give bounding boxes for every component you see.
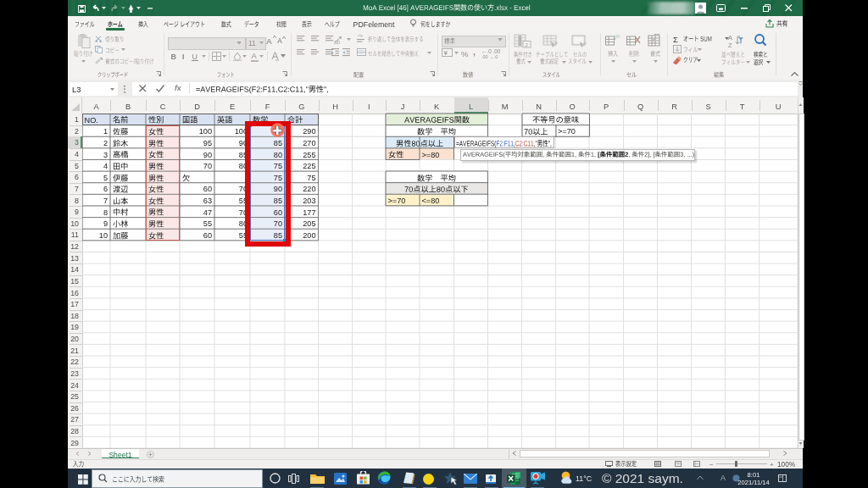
svg-text:ab: ab [334, 39, 341, 45]
svg-text:.00 →.0: .00 →.0 [481, 54, 498, 58]
svg-text:Z: Z [728, 42, 732, 48]
svg-text:¥: ¥ [443, 49, 448, 57]
